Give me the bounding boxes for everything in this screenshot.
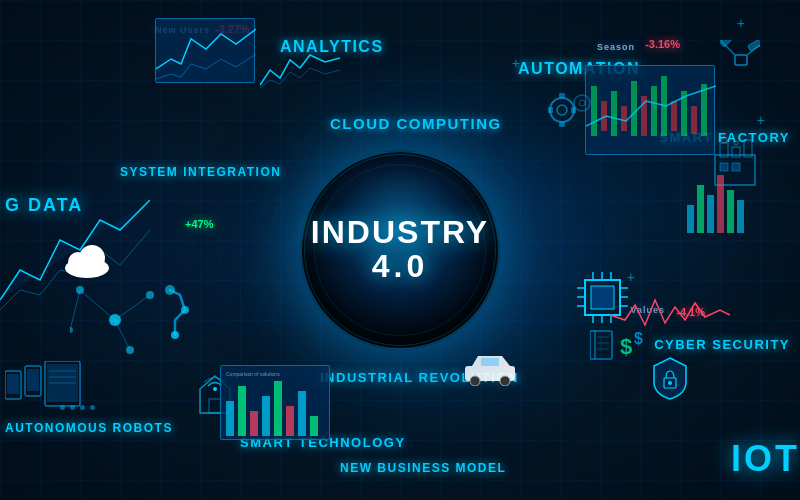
top-left-chart-svg <box>156 19 256 84</box>
svg-point-81 <box>171 331 179 339</box>
svg-rect-97 <box>697 185 704 233</box>
svg-rect-47 <box>27 369 39 391</box>
plus47-badge: +47% <box>185 218 213 230</box>
svg-point-31 <box>70 327 73 333</box>
svg-point-79 <box>721 137 727 143</box>
svg-rect-15 <box>559 122 565 127</box>
svg-rect-38 <box>262 396 270 436</box>
svg-rect-98 <box>707 195 714 233</box>
svg-rect-36 <box>238 386 246 436</box>
plus-marker-2: + <box>757 112 765 128</box>
svg-rect-14 <box>559 93 565 98</box>
right-bar-chart <box>685 155 745 239</box>
svg-line-26 <box>70 290 80 330</box>
cyber-security-label: CYBER SECURITY <box>654 337 790 352</box>
right-bar-svg <box>685 155 745 235</box>
iot-label: IOT <box>731 438 800 480</box>
satellite-svg <box>720 40 760 80</box>
svg-point-34 <box>213 387 217 391</box>
industry-subtitle: 4.0 <box>372 248 428 285</box>
season-stat: -3.16% <box>645 38 680 50</box>
svg-rect-35 <box>226 401 234 436</box>
svg-point-28 <box>76 286 84 294</box>
svg-point-68 <box>668 381 672 385</box>
device-icons <box>5 361 85 425</box>
book-dollar-svg: $ $ <box>590 326 645 366</box>
svg-rect-8 <box>671 101 677 131</box>
svg-rect-2 <box>611 91 617 136</box>
svg-rect-11 <box>701 84 707 136</box>
svg-text:$: $ <box>620 334 632 359</box>
svg-point-12 <box>550 98 574 122</box>
analytics-spark-svg <box>260 50 340 90</box>
svg-point-22 <box>79 245 105 271</box>
satellite-icon <box>720 40 760 84</box>
plus-marker-1: + <box>512 55 520 71</box>
svg-point-82 <box>181 306 189 314</box>
cloud-svg <box>60 240 115 280</box>
svg-rect-87 <box>720 40 735 47</box>
season-label: Season <box>597 42 635 52</box>
plus-marker-4: + <box>737 15 745 31</box>
svg-rect-96 <box>687 205 694 233</box>
svg-line-23 <box>80 290 115 320</box>
robot-svg <box>155 280 195 340</box>
network-svg <box>70 280 160 360</box>
top-left-chart <box>155 18 255 83</box>
svg-rect-10 <box>691 106 697 134</box>
book-dollar-icons: $ $ <box>590 326 645 370</box>
industry-title: INDUSTRY <box>311 216 489 248</box>
shield-area <box>650 356 690 405</box>
svg-rect-101 <box>737 200 744 233</box>
svg-rect-88 <box>747 40 760 51</box>
svg-point-80 <box>734 141 738 145</box>
svg-point-29 <box>146 291 154 299</box>
new-business-model-label: NEW BUSINESS MODEL <box>340 461 506 475</box>
analytics-sparkline <box>260 50 340 94</box>
network-nodes <box>70 280 160 364</box>
shield-svg <box>650 356 690 401</box>
svg-point-13 <box>557 105 567 115</box>
svg-text:$: $ <box>634 330 643 347</box>
svg-rect-45 <box>7 374 19 394</box>
svg-rect-37 <box>250 411 258 436</box>
svg-rect-4 <box>631 81 637 136</box>
robot-arm-icon <box>155 280 195 344</box>
svg-point-18 <box>574 95 590 111</box>
top-right-chart-svg <box>586 66 716 156</box>
cloud-icon-area <box>60 240 115 284</box>
svg-rect-42 <box>310 416 318 436</box>
svg-rect-40 <box>286 406 294 436</box>
center-logo: INDUSTRY 4.0 <box>300 150 500 350</box>
svg-point-83 <box>165 285 175 295</box>
svg-rect-6 <box>651 86 657 136</box>
svg-line-24 <box>115 295 150 320</box>
devices-svg <box>5 361 85 421</box>
svg-point-19 <box>579 100 585 106</box>
svg-rect-99 <box>717 175 724 233</box>
svg-point-27 <box>109 314 121 326</box>
svg-rect-3 <box>621 106 627 131</box>
svg-rect-89 <box>590 331 612 359</box>
dot-4 <box>90 405 95 410</box>
svg-rect-84 <box>735 55 747 65</box>
svg-rect-100 <box>727 190 734 233</box>
svg-point-30 <box>126 346 134 354</box>
top-right-chart <box>585 65 715 155</box>
